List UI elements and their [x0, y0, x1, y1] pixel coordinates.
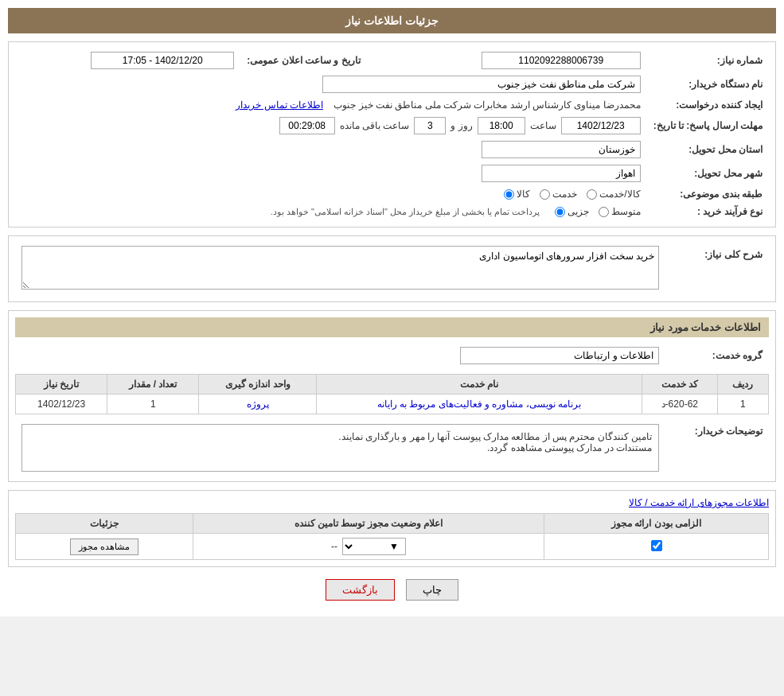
contact-link[interactable]: اطلاعات تماس خریدار	[236, 99, 323, 111]
license-status-cell: ▼ --	[193, 534, 544, 560]
announcement-label: تاریخ و ساعت اعلان عمومی:	[240, 49, 366, 72]
need-description-section: شرح کلی نیاز: خرید سخت افزار سرورهای اتو…	[8, 235, 776, 302]
col-header-date: تاریخ نیاز	[16, 375, 107, 395]
province-input[interactable]	[482, 141, 641, 158]
license-col-required: الزامی بودن ارائه مجوز	[544, 514, 769, 534]
row-service-name: برنامه نویسی، مشاوره و فعالیت‌های مربوط …	[317, 395, 642, 414]
col-header-code: کد خدمت	[642, 375, 717, 395]
process-jozii-label: جزیی	[568, 206, 589, 217]
license-table: الزامی بودن ارائه مجوز اعلام وضعیت مجوز …	[15, 513, 769, 560]
service-group-table: گروه خدمت:	[15, 344, 769, 367]
process-radio-motavaset[interactable]: متوسط	[599, 206, 641, 217]
services-table: ردیف کد خدمت نام خدمت واحد اندازه گیری ت…	[15, 374, 769, 414]
reply-days-input[interactable]	[414, 117, 446, 134]
reply-remaining-label: ساعت باقی مانده	[340, 120, 410, 131]
service-group-value	[15, 344, 665, 367]
process-label: نوع فرآیند خرید :	[647, 203, 769, 220]
license-col-status: اعلام وضعیت مجوز توسط تامین کننده	[193, 514, 544, 534]
services-section-title: اطلاعات خدمات مورد نیاز	[15, 317, 769, 337]
category-kala-label: کالا	[517, 189, 530, 200]
license-status-row: ▼ --	[200, 538, 537, 555]
announcement-value	[15, 49, 240, 72]
process-motavaset-label: متوسط	[611, 206, 641, 217]
category-label: طبقه بندی موضوعی:	[647, 185, 769, 203]
need-desc-table: شرح کلی نیاز: خرید سخت افزار سرورهای اتو…	[15, 243, 769, 295]
reply-time-input[interactable]	[478, 117, 525, 134]
license-title-link[interactable]: اطلاعات مجوزهای ارائه خدمت / کالا	[629, 497, 769, 508]
col-header-unit: واحد اندازه گیری	[199, 375, 317, 395]
process-radio-group: متوسط جزیی	[555, 206, 641, 217]
category-radio-khedmat-input[interactable]	[540, 189, 550, 200]
license-required-checkbox[interactable]	[651, 540, 662, 551]
services-info-section: اطلاعات خدمات مورد نیاز گروه خدمت: ردیف …	[8, 310, 776, 482]
back-button[interactable]: بازگشت	[326, 579, 395, 601]
buyer-notes-table: توضیحات خریدار: تامین کنندگان محترم پس ا…	[15, 421, 769, 475]
need-desc-textarea[interactable]: خرید سخت افزار سرورهای اتوماسیون اداری	[21, 246, 659, 290]
row-number: 1	[717, 395, 768, 414]
city-label: شهر محل تحویل:	[647, 161, 769, 185]
buyer-org-input[interactable]	[322, 76, 641, 93]
category-radio-kala-khedmat[interactable]: کالا/خدمت	[587, 189, 640, 200]
process-radio-jozii-input[interactable]	[555, 207, 565, 217]
reply-deadline-label: مهلت ارسال پاسخ: تا تاریخ:	[647, 114, 769, 138]
need-number-value	[399, 49, 647, 72]
main-info-section: شماره نیاز: تاریخ و ساعت اعلان عمومی: نا…	[8, 41, 776, 227]
reply-deadline-row: ساعت روز و ساعت باقی مانده	[21, 117, 641, 134]
category-radio-kala[interactable]: کالا	[504, 189, 530, 200]
view-license-button[interactable]: مشاهده مجوز	[70, 539, 138, 555]
service-group-input[interactable]	[460, 347, 659, 364]
need-desc-value: خرید سخت افزار سرورهای اتوماسیون اداری	[15, 243, 665, 295]
main-info-table: شماره نیاز: تاریخ و ساعت اعلان عمومی: نا…	[15, 49, 769, 220]
buyer-notes-label: توضیحات خریدار:	[665, 421, 769, 475]
buyer-notes-line2: مستندات در مدارک پیوستی مشاهده گردد.	[29, 442, 652, 453]
buyer-org-value	[15, 72, 647, 96]
license-section-title: اطلاعات مجوزهای ارائه خدمت / کالا	[15, 497, 769, 508]
city-input[interactable]	[482, 165, 641, 182]
license-row: ▼ -- مشاهده مجوز	[16, 534, 769, 560]
license-details-cell: مشاهده مجوز	[16, 534, 193, 560]
reply-time-label: ساعت	[530, 120, 556, 131]
need-number-input[interactable]	[482, 52, 641, 69]
buyer-notes-line1: تامین کنندگان محترم پس از مطالعه مدارک پ…	[29, 431, 652, 442]
process-note: پرداخت تمام یا بخشی از مبلغ خریداز محل "…	[271, 207, 540, 216]
creator-value: محمدرضا میناوی کارشناس ارشد مخابرات شرکت…	[15, 96, 647, 114]
page-title: جزئیات اطلاعات نیاز	[8, 8, 776, 33]
print-button[interactable]: چاپ	[406, 579, 458, 601]
license-info-section: اطلاعات مجوزهای ارائه خدمت / کالا الزامی…	[8, 490, 776, 567]
need-number-label: شماره نیاز:	[647, 49, 769, 72]
buyer-notes-value: تامین کنندگان محترم پس از مطالعه مدارک پ…	[15, 421, 665, 475]
license-col-details: جزئیات	[16, 514, 193, 534]
table-row: 1 620-62-د برنامه نویسی، مشاوره و فعالیت…	[16, 395, 769, 414]
col-header-name: نام خدمت	[317, 375, 642, 395]
license-status-select[interactable]: ▼	[342, 538, 406, 555]
creator-text: محمدرضا میناوی کارشناس ارشد مخابرات شرکت…	[333, 99, 640, 111]
process-radio-jozii[interactable]: جزیی	[555, 206, 589, 217]
reply-date-input[interactable]	[561, 117, 641, 134]
category-radio-kala-input[interactable]	[504, 189, 514, 200]
row-code: 620-62-د	[642, 395, 717, 414]
reply-remaining-input[interactable]	[279, 117, 335, 134]
category-radio-kala-khedmat-input[interactable]	[587, 189, 597, 200]
province-label: استان محل تحویل:	[647, 138, 769, 161]
row-date: 1402/12/23	[16, 395, 107, 414]
announcement-input[interactable]	[91, 52, 234, 69]
category-radio-khedmat[interactable]: خدمت	[540, 189, 577, 200]
license-required-cell	[544, 534, 769, 560]
bottom-buttons: چاپ بازگشت	[8, 579, 776, 601]
buyer-notes-box: تامین کنندگان محترم پس از مطالعه مدارک پ…	[21, 424, 659, 472]
process-radio-motavaset-input[interactable]	[599, 207, 609, 217]
service-group-label: گروه خدمت:	[665, 344, 769, 367]
reply-days-label: روز و	[451, 120, 472, 131]
need-desc-label: شرح کلی نیاز:	[665, 243, 769, 295]
col-header-qty: تعداد / مقدار	[107, 375, 199, 395]
license-status-value: --	[331, 541, 337, 552]
category-radio-group: کالا/خدمت خدمت کالا	[504, 189, 640, 200]
buyer-org-label: نام دستگاه خریدار:	[647, 72, 769, 96]
category-khedmat-label: خدمت	[552, 189, 577, 200]
creator-label: ایجاد کننده درخواست:	[647, 96, 769, 114]
col-header-row: ردیف	[717, 375, 768, 395]
category-kala-khedmat-label: کالا/خدمت	[599, 189, 640, 200]
row-unit: پروژه	[199, 395, 317, 414]
row-quantity: 1	[107, 395, 199, 414]
